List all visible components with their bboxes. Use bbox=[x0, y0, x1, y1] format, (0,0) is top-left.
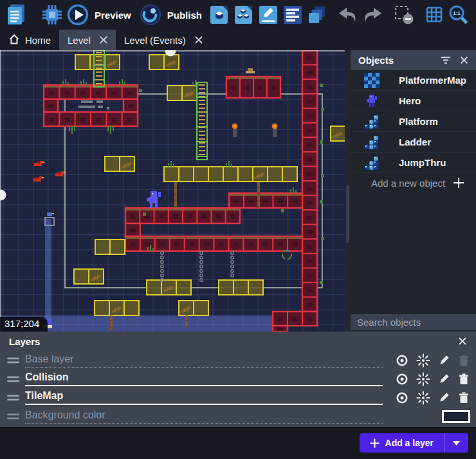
publish-button[interactable]: Publish bbox=[139, 3, 202, 26]
tileset-icon bbox=[363, 113, 380, 130]
object-item-platformermap[interactable]: PlatformerMap bbox=[351, 70, 476, 91]
layer-name[interactable]: Background color bbox=[25, 409, 383, 424]
publish-label: Publish bbox=[167, 10, 202, 21]
add-layer-dropdown[interactable] bbox=[444, 433, 468, 453]
debugger-icon[interactable] bbox=[41, 4, 63, 26]
add-new-object-button[interactable]: Add a new object bbox=[351, 173, 476, 192]
layers-editor-icon[interactable] bbox=[307, 5, 327, 24]
scene-editor-canvas[interactable]: 317;204 bbox=[0, 50, 345, 332]
object-item-hero[interactable]: Hero bbox=[351, 91, 476, 111]
object-item-ladder[interactable]: Ladder bbox=[351, 132, 476, 153]
effects-icon[interactable] bbox=[416, 353, 430, 368]
plus-icon bbox=[453, 177, 464, 189]
effects-icon[interactable] bbox=[416, 391, 430, 405]
objects-panel-title: Objects bbox=[358, 55, 432, 66]
objects-panel: Objects PlatformerMap Hero Platform Ladd… bbox=[351, 50, 476, 332]
search-objects-input[interactable] bbox=[357, 317, 476, 328]
layer-name[interactable]: Base layer bbox=[25, 353, 383, 368]
preview-button[interactable]: Preview bbox=[66, 3, 131, 26]
bottom-bar: Add a layer bbox=[0, 427, 476, 459]
tab-level-events[interactable]: Level (Events) bbox=[116, 30, 211, 50]
tab-label: Home bbox=[25, 35, 51, 46]
tileset-icon bbox=[363, 134, 380, 151]
layer-name[interactable]: Collision bbox=[25, 371, 383, 386]
instances-list-icon[interactable] bbox=[283, 5, 302, 24]
layers-panel: Layers Base layer Collision bbox=[0, 332, 476, 427]
close-panel-icon[interactable] bbox=[458, 337, 467, 346]
drag-handle-icon[interactable] bbox=[7, 395, 20, 401]
plus-icon bbox=[370, 438, 380, 448]
canvas-vertical-scrollbar[interactable] bbox=[345, 50, 351, 332]
layers-panel-header: Layers bbox=[0, 332, 476, 351]
tilemap-icon bbox=[363, 72, 380, 89]
object-name: Ladder bbox=[399, 136, 431, 147]
zoom-1-1-icon[interactable]: 1:1 bbox=[448, 5, 469, 25]
edit-pencil-icon[interactable] bbox=[437, 373, 450, 386]
search-objects-bar[interactable] bbox=[351, 314, 476, 330]
add-layer-label: Add a layer bbox=[385, 438, 434, 448]
tileset-icon bbox=[363, 155, 380, 171]
layer-name[interactable]: TileMap bbox=[25, 390, 383, 405]
home-icon bbox=[8, 33, 20, 47]
object-name: JumpThru bbox=[399, 157, 446, 168]
gdevelop-logo-icon[interactable] bbox=[5, 3, 27, 26]
undo-icon[interactable] bbox=[337, 6, 358, 24]
visibility-eye-icon[interactable] bbox=[395, 391, 409, 405]
visibility-eye-icon[interactable] bbox=[395, 353, 409, 368]
tab-label: Level (Events) bbox=[124, 35, 186, 46]
toggle-grid-icon[interactable] bbox=[425, 5, 444, 24]
close-tab-icon[interactable] bbox=[100, 36, 107, 44]
main-toolbar: Preview Publish bbox=[0, 0, 476, 30]
preview-label: Preview bbox=[95, 10, 131, 21]
tab-label: Level bbox=[68, 35, 91, 46]
object-name: Platform bbox=[399, 116, 438, 127]
tab-level[interactable]: Level bbox=[59, 30, 116, 50]
edit-pencil-icon[interactable] bbox=[437, 391, 450, 404]
delete-trash-icon[interactable] bbox=[457, 354, 470, 367]
object-groups-icon[interactable] bbox=[234, 5, 253, 24]
add-layer-button[interactable]: Add a layer bbox=[360, 433, 468, 453]
edit-pencil-icon[interactable] bbox=[437, 354, 450, 367]
close-panel-icon[interactable] bbox=[460, 56, 468, 64]
object-name: PlatformerMap bbox=[399, 75, 466, 86]
drag-handle-icon[interactable] bbox=[7, 376, 20, 382]
object-item-platform[interactable]: Platform bbox=[351, 111, 476, 132]
gdevelop-window: Preview Publish bbox=[0, 0, 476, 459]
hero-sprite-icon bbox=[363, 93, 380, 109]
delete-trash-icon[interactable] bbox=[457, 373, 470, 386]
layers-panel-title: Layers bbox=[9, 336, 458, 347]
background-color-swatch[interactable] bbox=[442, 410, 470, 423]
close-tab-icon[interactable] bbox=[195, 36, 203, 44]
scene-render bbox=[0, 50, 345, 332]
layer-row-base-layer[interactable]: Base layer bbox=[0, 351, 476, 370]
objects-editor-icon[interactable] bbox=[210, 5, 229, 24]
redo-icon[interactable] bbox=[363, 6, 383, 24]
tabbar: Home Level Level (Events) bbox=[0, 30, 476, 50]
object-name: Hero bbox=[399, 95, 421, 106]
properties-icon[interactable] bbox=[259, 5, 278, 24]
filter-icon[interactable] bbox=[441, 56, 451, 64]
objects-panel-header: Objects bbox=[351, 50, 476, 70]
visibility-eye-icon[interactable] bbox=[395, 372, 409, 386]
workspace: 317;204 Objects PlatformerMap Hero Platf… bbox=[0, 50, 476, 332]
delete-instances-icon[interactable] bbox=[394, 5, 414, 25]
layer-row-background-color[interactable]: Background color bbox=[0, 407, 476, 426]
drag-handle-icon[interactable] bbox=[7, 413, 20, 420]
layer-row-collision[interactable]: Collision bbox=[0, 370, 476, 388]
object-item-jumpthru[interactable]: JumpThru bbox=[351, 153, 476, 173]
cursor-coordinates: 317;204 bbox=[0, 317, 48, 332]
delete-trash-icon[interactable] bbox=[457, 391, 470, 404]
effects-icon[interactable] bbox=[416, 372, 430, 386]
tab-home[interactable]: Home bbox=[0, 30, 59, 50]
scrollbar-thumb[interactable] bbox=[346, 185, 349, 243]
svg-text:1:1: 1:1 bbox=[453, 10, 461, 16]
layer-row-tilemap[interactable]: TileMap bbox=[0, 388, 476, 407]
drag-handle-icon[interactable] bbox=[7, 357, 20, 364]
add-object-label: Add a new object bbox=[371, 178, 453, 189]
